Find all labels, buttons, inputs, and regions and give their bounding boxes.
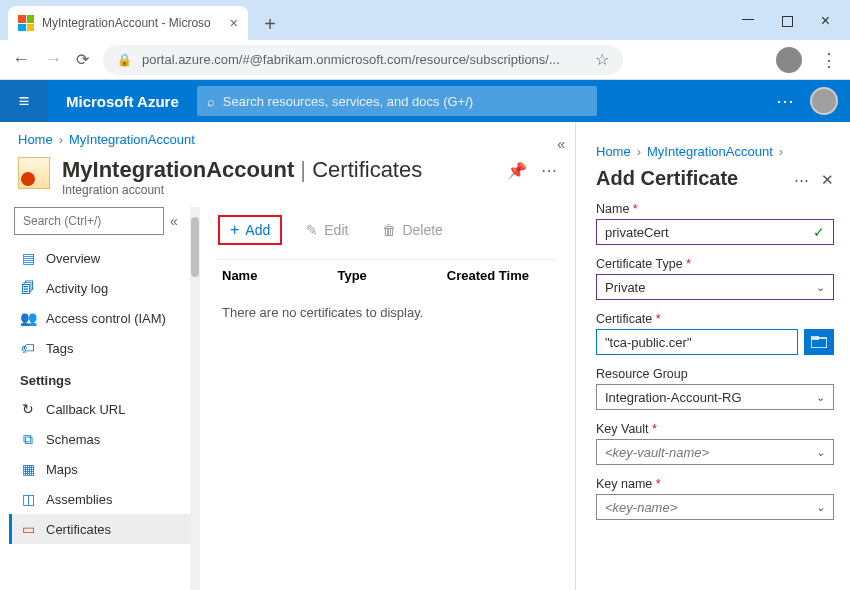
chevron-down-icon: ⌄ — [816, 281, 825, 294]
window-close-icon[interactable]: × — [821, 12, 830, 30]
keyvault-label: Key Vault * — [596, 422, 834, 436]
resource-sidebar: « ▤Overview 🗐Activity log 👥Access contro… — [0, 207, 200, 590]
sidebar-search-input[interactable] — [14, 207, 164, 235]
sidebar-item-activity[interactable]: 🗐Activity log — [12, 273, 200, 303]
browser-menu-icon[interactable]: ⋮ — [820, 49, 838, 71]
chevron-down-icon: ⌄ — [816, 391, 825, 404]
table-empty-message: There are no certificates to display. — [218, 291, 557, 334]
page-title: MyIntegrationAccount | Certificates — [62, 157, 422, 183]
lock-icon: 🔒 — [117, 53, 132, 67]
certificate-label: Certificate * — [596, 312, 834, 326]
col-type: Type — [337, 268, 366, 283]
col-name: Name — [222, 268, 257, 283]
nav-forward-icon[interactable]: → — [44, 49, 62, 70]
panel-bc-account[interactable]: MyIntegrationAccount — [647, 144, 773, 159]
table-header: Name Type Created Time — [218, 259, 557, 291]
plus-icon: + — [230, 221, 239, 239]
schemas-icon: ⧉ — [20, 431, 36, 447]
search-icon: ⌕ — [207, 94, 215, 109]
azure-brand: Microsoft Azure — [48, 93, 197, 110]
breadcrumb-account[interactable]: MyIntegrationAccount — [69, 132, 195, 147]
add-certificate-panel: Home › MyIntegrationAccount › Add Certif… — [575, 122, 850, 590]
maps-icon: ▦ — [20, 461, 36, 477]
browser-tab-bar: MyIntegrationAccount - Microso × + × — [0, 0, 850, 40]
name-label: Name * — [596, 202, 834, 216]
cert-type-select[interactable]: Private ⌄ — [596, 274, 834, 300]
sidebar-item-tags[interactable]: 🏷Tags — [12, 333, 200, 363]
pin-icon[interactable]: 📌 — [507, 161, 527, 180]
col-created: Created Time — [447, 268, 529, 283]
edit-button[interactable]: ✎Edit — [296, 218, 358, 242]
browser-profile-avatar[interactable] — [776, 47, 802, 73]
name-input[interactable]: privateCert ✓ — [596, 219, 834, 245]
rg-select[interactable]: Integration-Account-RG ⌄ — [596, 384, 834, 410]
header-more-icon[interactable]: ⋯ — [541, 161, 557, 180]
edit-icon: ✎ — [306, 222, 318, 238]
callback-icon: ↻ — [20, 401, 36, 417]
tab-title: MyIntegrationAccount - Microso — [42, 16, 222, 30]
overview-icon: ▤ — [20, 250, 36, 266]
window-minimize-icon[interactable] — [742, 19, 754, 20]
tags-icon: 🏷 — [20, 340, 36, 356]
chevron-right-icon: › — [779, 144, 783, 159]
chevron-down-icon: ⌄ — [816, 501, 825, 514]
certificate-file-input[interactable]: "tca-public.cer" — [596, 329, 798, 355]
close-tab-icon[interactable]: × — [230, 15, 238, 31]
keyname-label: Key name * — [596, 477, 834, 491]
breadcrumb-home[interactable]: Home — [18, 132, 53, 147]
bookmark-star-icon[interactable]: ☆ — [595, 50, 609, 69]
panel-more-icon[interactable]: ⋯ — [794, 171, 809, 189]
folder-icon — [811, 336, 827, 348]
user-avatar[interactable] — [810, 87, 838, 115]
keyname-select[interactable]: <key-name> ⌄ — [596, 494, 834, 520]
assemblies-icon: ◫ — [20, 491, 36, 507]
sidebar-item-callback[interactable]: ↻Callback URL — [12, 394, 200, 424]
browser-tab[interactable]: MyIntegrationAccount - Microso × — [8, 6, 248, 40]
azure-search-box[interactable]: ⌕ Search resources, services, and docs (… — [197, 86, 597, 116]
ms-favicon — [18, 15, 34, 31]
sidebar-scrollbar[interactable] — [190, 207, 200, 590]
panel-breadcrumb: Home › MyIntegrationAccount › — [596, 134, 834, 167]
search-placeholder: Search resources, services, and docs (G+… — [223, 94, 473, 109]
browser-address-bar: ← → ⟳ 🔒 portal.azure.com/#@fabrikam.onmi… — [0, 40, 850, 80]
sidebar-item-schemas[interactable]: ⧉Schemas — [12, 424, 200, 454]
sidebar-item-overview[interactable]: ▤Overview — [12, 243, 200, 273]
portal-hamburger-icon[interactable]: ≡ — [0, 80, 48, 122]
panel-title: Add Certificate — [596, 167, 738, 202]
page-subtitle: Integration account — [62, 183, 422, 197]
new-tab-button[interactable]: + — [256, 12, 284, 40]
sidebar-heading-settings: Settings — [12, 363, 200, 394]
panel-close-icon[interactable]: ✕ — [821, 171, 834, 189]
portal-more-icon[interactable]: ⋯ — [776, 90, 796, 112]
delete-button[interactable]: 🗑Delete — [372, 218, 452, 242]
certificate-resource-icon — [18, 157, 50, 189]
reload-icon[interactable]: ⟳ — [76, 50, 89, 69]
keyvault-select[interactable]: <key-vault-name> ⌄ — [596, 439, 834, 465]
chevron-right-icon: › — [637, 144, 641, 159]
cert-type-label: Certificate Type * — [596, 257, 834, 271]
browse-file-button[interactable] — [804, 329, 834, 355]
azure-top-bar: ≡ Microsoft Azure ⌕ Search resources, se… — [0, 80, 850, 122]
iam-icon: 👥 — [20, 310, 36, 326]
sidebar-item-assemblies[interactable]: ◫Assemblies — [12, 484, 200, 514]
nav-back-icon[interactable]: ← — [12, 49, 30, 70]
rg-label: Resource Group — [596, 367, 834, 381]
delete-icon: 🗑 — [382, 222, 396, 238]
chevron-down-icon: ⌄ — [816, 446, 825, 459]
window-maximize-icon[interactable] — [782, 16, 793, 27]
valid-check-icon: ✓ — [813, 224, 825, 240]
add-button[interactable]: +Add — [218, 215, 282, 245]
url-text: portal.azure.com/#@fabrikam.onmicrosoft.… — [142, 52, 560, 67]
certificates-icon: ▭ — [20, 521, 36, 537]
breadcrumb: Home › MyIntegrationAccount — [0, 122, 575, 153]
sidebar-item-maps[interactable]: ▦Maps — [12, 454, 200, 484]
panel-bc-home[interactable]: Home — [596, 144, 631, 159]
chevron-right-icon: › — [59, 132, 63, 147]
activity-log-icon: 🗐 — [20, 280, 36, 296]
sidebar-item-certificates[interactable]: ▭Certificates — [9, 514, 200, 544]
url-box[interactable]: 🔒 portal.azure.com/#@fabrikam.onmicrosof… — [103, 45, 623, 75]
sidebar-item-iam[interactable]: 👥Access control (IAM) — [12, 303, 200, 333]
sidebar-collapse-icon[interactable]: « — [170, 213, 178, 229]
collapse-left-icon[interactable]: « — [557, 136, 565, 152]
